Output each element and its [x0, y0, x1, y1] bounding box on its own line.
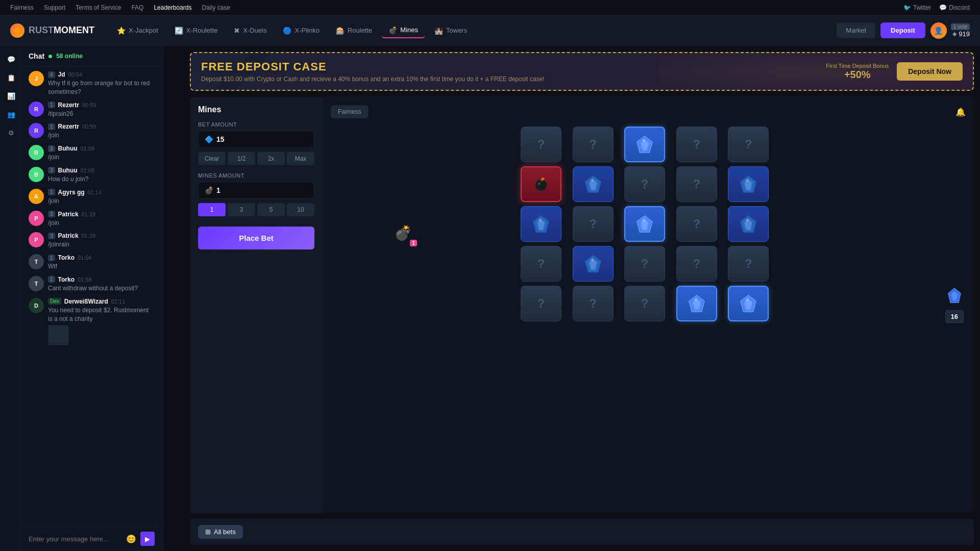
msg-level: 3 — [48, 167, 55, 173]
msg-meta: 3 Buhuu 01:09 — [48, 145, 94, 152]
logo-text: RUSTMOMENT — [29, 25, 94, 36]
msg-avatar: P — [29, 211, 44, 226]
bet-2x-button[interactable]: 2x — [257, 152, 285, 165]
sidebar-icon-settings[interactable]: ⚙ — [4, 126, 18, 140]
bet-amount-label: Bet Amount — [198, 121, 314, 128]
mine-cell-0[interactable]: ? — [521, 127, 561, 162]
msg-name: Buhuu — [58, 167, 78, 174]
nav-items: ⭐X-Jackpot 🔄X-Roulette ✖X-Duels 🔵X-Plink… — [110, 23, 837, 38]
mine-cell-22[interactable]: ? — [624, 286, 665, 321]
mine-cell-23[interactable] — [676, 286, 717, 321]
chat-message: P 3 Patrick 01:19 /joinrain — [29, 232, 155, 249]
mine-cell-20[interactable]: ? — [521, 286, 561, 321]
mine-cell-2[interactable] — [624, 127, 665, 162]
tab-all-bets[interactable]: ⊞ All bets — [198, 525, 243, 539]
mine-cell-11[interactable]: ? — [573, 206, 614, 242]
top-nav-leaderboards[interactable]: Leaderboards — [154, 4, 191, 11]
mines-btn-3[interactable]: 3 — [228, 203, 255, 216]
top-nav-faq[interactable]: FAQ — [131, 4, 143, 11]
mine-cell-16[interactable] — [573, 246, 614, 282]
deposit-banner: FREE DEPOSIT CASE Deposit $10.00 with Cr… — [190, 52, 974, 91]
chat-input-area: 😊 ▶ — [20, 526, 163, 551]
user-level: 1 vote — [951, 23, 970, 30]
mine-cell-10[interactable] — [521, 206, 561, 242]
nav-xroulette[interactable]: 🔄X-Roulette — [167, 23, 225, 38]
mine-cell-8[interactable]: ? — [676, 166, 717, 202]
msg-avatar: T — [29, 276, 44, 291]
mine-cell-17[interactable]: ? — [624, 246, 665, 282]
mine-cell-12[interactable] — [624, 206, 665, 242]
nav-right: Market Deposit 👤 1 vote ◆ 919 — [837, 22, 970, 39]
top-nav-fairness[interactable]: Fairness — [10, 4, 34, 11]
nav-roulette[interactable]: 🎰Roulette — [329, 23, 379, 38]
bottom-tabs: ⊞ All bets — [198, 525, 966, 539]
msg-text: /join — [48, 219, 95, 228]
msg-body: Dev DerweißWizard 02:11 You need to depo… — [48, 298, 155, 346]
mine-cell-1[interactable]: ? — [573, 127, 614, 162]
nav-mines[interactable]: 💣 Mines — [381, 23, 425, 38]
bottom-section: ⊞ All bets — [190, 519, 974, 545]
msg-avatar: B — [29, 167, 44, 182]
mine-cell-5[interactable] — [521, 166, 561, 202]
msg-level: 1 — [48, 123, 55, 130]
multiplier-widget: 16 — [945, 287, 964, 323]
sidebar-icon-chat[interactable]: 💬 — [4, 52, 18, 66]
chat-message: R 1 Rezertr 00:59 /join — [29, 123, 155, 140]
sound-button[interactable]: 🔔 — [955, 107, 966, 117]
mine-cell-21[interactable]: ? — [573, 286, 614, 321]
nav-xplinko[interactable]: 🔵X-Plinko — [276, 23, 326, 38]
sidebar-icon-history[interactable]: 📋 — [4, 70, 18, 85]
mine-icon-input: 💣 — [205, 186, 213, 194]
msg-level: 1 — [48, 276, 55, 283]
msg-avatar: D — [29, 298, 44, 313]
all-bets-icon: ⊞ — [205, 528, 211, 536]
emoji-button[interactable]: 😊 — [126, 534, 136, 544]
top-nav-support[interactable]: Support — [44, 4, 65, 11]
sidebar-icon-stats[interactable]: 📊 — [4, 89, 18, 103]
market-button[interactable]: Market — [837, 22, 875, 38]
twitter-link[interactable]: 🐦 Twitter — [903, 4, 931, 11]
deposit-button[interactable]: Deposit — [880, 22, 925, 38]
msg-body: 3 Buhuu 01:09 How do u join? — [48, 167, 94, 184]
sidebar-icon-users[interactable]: 👥 — [4, 107, 18, 121]
mines-btn-1[interactable]: 1 — [198, 203, 226, 216]
mines-btn-5[interactable]: 5 — [257, 203, 285, 216]
sidebar-icons: 💬 📋 📊 👥 ⚙ — [0, 46, 20, 551]
chat-send-button[interactable]: ▶ — [140, 532, 155, 546]
mine-cell-19[interactable]: ? — [728, 246, 769, 282]
chat-input[interactable] — [29, 535, 122, 543]
discord-link[interactable]: 💬 Discord — [939, 4, 970, 11]
nav-towers[interactable]: 🏰Towers — [427, 23, 474, 38]
chat-message: R 1 Rezertr 00:59 /tiprain26 — [29, 102, 155, 118]
bomb-animation: 💣 1 — [394, 224, 412, 241]
msg-time: 00:59 — [82, 102, 96, 108]
mine-cell-14[interactable] — [728, 206, 769, 242]
mines-btn-10[interactable]: 10 — [287, 203, 314, 216]
mine-cell-9[interactable] — [728, 166, 769, 202]
mine-cell-18[interactable]: ? — [676, 246, 717, 282]
mine-cell-4[interactable]: ? — [728, 127, 769, 162]
sidebar-chat: Chat 58 online J 4 Jd 00:54 Why tf it go… — [20, 46, 163, 551]
nav-xduels[interactable]: ✖X-Duels — [227, 23, 274, 38]
mines-input-row: 💣 1 — [198, 182, 314, 199]
fairness-button[interactable]: Fairness — [331, 105, 369, 118]
mine-cell-6[interactable] — [573, 166, 614, 202]
msg-text: Why tf it go from orange for bot to red … — [48, 79, 155, 96]
top-nav-daily[interactable]: Daily case — [202, 4, 230, 11]
mine-cell-7[interactable]: ? — [624, 166, 665, 202]
mine-cell-3[interactable]: ? — [676, 127, 717, 162]
chat-message: B 3 Buhuu 01:09 /join — [29, 145, 155, 162]
bet-max-button[interactable]: Max — [287, 152, 314, 165]
bet-clear-button[interactable]: Clear — [198, 152, 226, 165]
msg-body: 3 Patrick 01:19 /joinrain — [48, 232, 95, 249]
nav-xjackpot[interactable]: ⭐X-Jackpot — [110, 23, 165, 38]
place-bet-button[interactable]: Place Bet — [198, 227, 314, 249]
mine-cell-24[interactable] — [728, 286, 769, 321]
bet-half-button[interactable]: 1/2 — [228, 152, 255, 165]
mine-cell-15[interactable]: ? — [521, 246, 561, 282]
top-nav-tos[interactable]: Terms of Service — [76, 4, 121, 11]
mine-cell-13[interactable]: ? — [676, 206, 717, 242]
deposit-now-button[interactable]: Deposit Now — [897, 62, 963, 81]
msg-body: 3 Buhuu 01:09 /join — [48, 145, 94, 162]
msg-level: 3 — [48, 145, 55, 152]
